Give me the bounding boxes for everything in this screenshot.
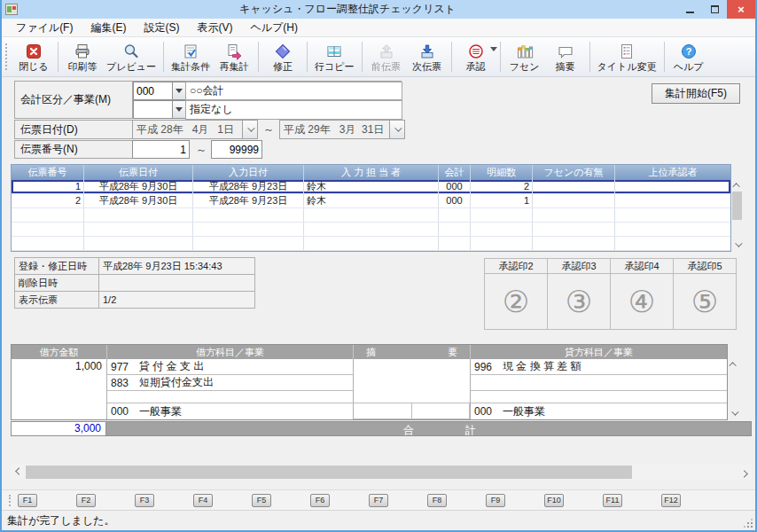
table-row[interactable]: 1 平成28年 9月30日 平成28年 9月23日 鈴木 000 2 [12,180,730,194]
function-bar-grip [9,495,13,506]
col-header-debit-amount: 借方金額 [12,345,107,359]
menu-edit[interactable]: 編集(E) [82,19,135,37]
total-label-right: 計 [465,423,476,438]
close-window-button[interactable]: × [727,0,755,19]
approval-stamps: 承認印2 ② 承認印3 ③ 承認印4 ④ 承認印5 ⑤ [485,258,737,330]
date-to-value: 平成 29年 3月 31日 [280,121,389,138]
account-code-dropdown-button[interactable] [172,82,186,100]
f3-key[interactable]: F3 [135,494,154,507]
f6-key[interactable]: F6 [310,494,330,507]
scroll-up-button[interactable] [731,179,743,191]
slip-number-from-input[interactable] [132,140,190,159]
status-message: 集計が完了しました。 [7,513,114,528]
account-filter-group: 会計区分／事業(M) ○○会計 指定なし [14,81,402,119]
f10-key[interactable]: F10 [544,494,564,507]
title-change-button[interactable]: タイトル変更 [594,38,660,75]
f11-key[interactable]: F11 [603,494,622,507]
recalculate-button[interactable]: 再集計 [214,38,254,75]
table-row[interactable] [12,237,730,251]
resize-grip-icon[interactable] [744,519,753,528]
slip-table-vertical-scrollbar[interactable] [731,179,743,250]
maximize-button[interactable] [702,0,727,19]
scroll-up-button[interactable] [728,358,739,370]
displayed-slip-value: 1/2 [99,291,255,309]
close-tool-button[interactable]: 閉じる [13,38,54,75]
scrollbar-thumb[interactable] [732,192,742,220]
row-copy-button[interactable]: 行コピー [311,38,358,75]
horizontal-scrollbar[interactable] [11,465,752,480]
function-key-bar: F1 F2 F3 F4 F5 F6 F7 F8 F9 F10 F11 F12 [2,489,755,510]
col-header-debit-account: 借方科目／事業 [107,345,354,359]
toolbar: 閉じる 印刷等 プレビュー 集計条件 再集計 [2,37,755,77]
col-header-entry-date: 入力日付 [193,165,304,180]
minimize-button[interactable] [677,0,702,19]
svg-text:?: ? [685,46,691,57]
f12-key[interactable]: F12 [661,494,681,507]
date-to-dropdown-button[interactable] [389,121,404,138]
fusen-button[interactable]: フセン [504,38,545,75]
date-to-picker[interactable]: 平成 29年 3月 31日 [279,120,405,139]
approval-stamp-2: 承認印2 ② [484,258,548,330]
slip-number-to-input[interactable] [211,140,262,159]
date-from-picker[interactable]: 平成 28年 4月 1日 [132,120,258,139]
menu-settings[interactable]: 設定(S) [135,19,188,37]
f9-key[interactable]: F9 [486,494,505,507]
account-code-input[interactable] [133,82,173,100]
approve-dropdown-caret-icon[interactable] [490,47,497,51]
help-button[interactable]: ? ヘルプ [668,38,709,75]
menu-bar: ファイル(F) 編集(E) 設定(S) 表示(V) ヘルプ(H) [2,19,755,37]
journal-table-vertical-scrollbar[interactable] [728,358,739,419]
chevron-down-icon [394,124,402,131]
f5-key[interactable]: F5 [252,494,271,507]
chevron-up-icon [732,183,739,190]
f8-key[interactable]: F8 [427,494,447,507]
business-code-dropdown-button[interactable] [172,100,186,119]
print-button[interactable]: 印刷等 [62,38,103,75]
fusen-icon [516,42,534,61]
f1-key[interactable]: F1 [18,494,37,507]
approve-stamp-icon [467,42,485,61]
app-window: キャッシュ・フロー調整仕訳チェックリスト × ファイル(F) 編集(E) 設定(… [0,0,757,532]
stamp-mark-2: ② [485,274,547,329]
scroll-left-button[interactable] [11,465,24,480]
scroll-right-button[interactable] [738,465,752,480]
summary-bubble-icon [557,42,574,61]
summary-button[interactable]: 摘要 [545,38,586,75]
journal-row[interactable]: 883短期貸付金支出 [12,375,727,391]
journal-row[interactable]: 1,000 977貸 付 金 支 出 996現 金 換 算 差 額 [12,359,727,375]
app-icon [5,4,18,15]
modify-button[interactable]: 修正 [262,38,303,75]
menu-help[interactable]: ヘルプ(H) [241,19,307,37]
next-slip-button[interactable]: 次伝票 [407,38,448,75]
scrollbar-thumb[interactable] [26,466,632,479]
window-title: キャッシュ・フロー調整仕訳チェックリスト [18,2,677,17]
start-aggregation-button[interactable]: 集計開始(F5) [652,83,740,104]
scroll-down-button[interactable] [731,239,743,250]
business-code-input[interactable] [133,100,173,119]
table-row[interactable] [12,223,730,237]
col-header-slip-date: 伝票日付 [84,165,193,180]
scroll-down-button[interactable] [728,407,739,419]
account-filter-label: 会計区分／事業(M) [14,81,133,119]
menu-file[interactable]: ファイル(F) [7,19,82,37]
aggregate-conditions-button[interactable]: 集計条件 [168,38,214,75]
journal-row[interactable]: 000一般事業 000一般事業 [12,403,727,419]
registered-datetime-row: 登録・修正日時 平成28年 9月23日 15:34:43 [14,257,255,275]
title-bar: キャッシュ・フロー調整仕訳チェックリスト × [2,0,755,19]
col-header-fusen: フセンの有無 [533,165,615,180]
approve-button[interactable]: 承認 [456,38,496,75]
menu-view[interactable]: 表示(V) [188,19,241,37]
stamp-mark-4: ④ [611,274,673,329]
summary-subcell [411,403,471,419]
preview-button[interactable]: プレビュー [103,38,160,75]
f2-key[interactable]: F2 [76,494,96,507]
f4-key[interactable]: F4 [193,494,213,507]
table-row[interactable]: 2 平成28年 9月30日 平成28年 9月23日 鈴木 000 1 [12,194,730,208]
toolbar-separator [307,42,308,72]
f7-key[interactable]: F7 [369,494,388,507]
col-header-summary: 摘 要 [354,345,471,359]
table-row[interactable] [12,208,730,223]
journal-row[interactable] [12,391,727,403]
date-from-dropdown-button[interactable] [242,121,257,138]
col-header-account: 会計 [439,165,471,180]
